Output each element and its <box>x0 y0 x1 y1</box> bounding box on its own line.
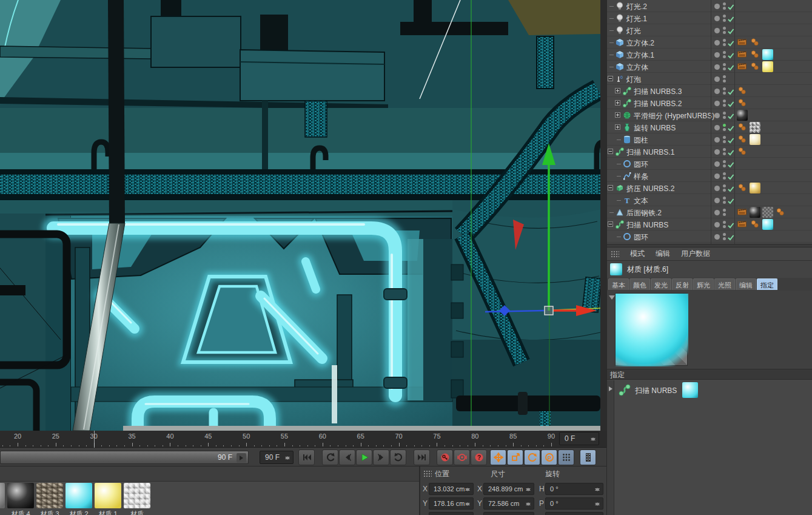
panel-grip-icon[interactable] <box>423 470 432 477</box>
material-tag-stripe-icon[interactable] <box>750 122 760 133</box>
object-row[interactable]: 圆柱 <box>607 133 812 146</box>
visibility-dot-top[interactable] <box>723 221 726 224</box>
visibility-dot-bottom[interactable] <box>723 43 726 46</box>
spline-icon[interactable] <box>622 171 632 183</box>
material-swatch[interactable] <box>124 483 150 508</box>
visibility-dot-bottom[interactable] <box>723 213 726 216</box>
material-tag-yellow-icon[interactable] <box>762 61 773 72</box>
visibility-dot-top[interactable] <box>723 63 726 66</box>
visibility-dot-bottom[interactable] <box>723 55 726 58</box>
spinner-arrows-icon[interactable] <box>465 485 471 494</box>
coord-input[interactable] <box>545 512 603 515</box>
coord-input[interactable] <box>429 512 474 515</box>
object-row[interactable]: 后面钢铁.2 <box>607 206 812 218</box>
visibility-dot-bottom[interactable] <box>723 189 726 192</box>
visibility-dot-top[interactable] <box>723 233 726 236</box>
visibility-dot-top[interactable] <box>723 148 726 151</box>
render-dot-toggle[interactable] <box>714 173 720 179</box>
gizmo-center[interactable] <box>545 306 553 315</box>
material-tag-cyan-icon[interactable] <box>762 219 773 230</box>
menu-item-模式[interactable]: 模式 <box>630 249 645 259</box>
animation-tag-icon[interactable] <box>737 61 748 72</box>
spinner-arrows-icon[interactable] <box>595 485 600 494</box>
assignment-row[interactable]: 扫描 NURBS <box>614 382 812 399</box>
expand-plus-icon[interactable] <box>615 112 620 118</box>
goto-end-button[interactable] <box>414 449 430 465</box>
visibility-dot-bottom[interactable] <box>723 104 726 107</box>
current-frame-marker[interactable] <box>94 431 95 448</box>
tab-指定[interactable]: 指定 <box>757 278 777 290</box>
render-dot-toggle[interactable] <box>714 40 720 45</box>
p-coordinates-button[interactable]: P <box>541 449 557 465</box>
sweep-icon[interactable] <box>615 220 625 232</box>
render-dot-toggle[interactable] <box>714 52 720 58</box>
render-dot-toggle[interactable] <box>714 186 720 191</box>
visibility-dot-bottom[interactable] <box>723 67 726 70</box>
visibility-dot-top[interactable] <box>723 87 726 90</box>
object-row[interactable]: 扫描 NURBS.1 <box>607 146 812 158</box>
visibility-dot-top[interactable] <box>723 136 726 139</box>
frame-spinner[interactable]: 90 F <box>260 451 294 464</box>
previous-frame-button[interactable] <box>339 449 355 465</box>
phong-tag-icon[interactable] <box>775 207 786 218</box>
visibility-dot-bottom[interactable] <box>723 201 726 204</box>
phong-tag-icon[interactable] <box>750 219 760 230</box>
timeline-ruler[interactable]: 2025303540455055606570758085900 F <box>0 431 606 448</box>
collapse-minus-icon[interactable] <box>608 76 613 81</box>
phong-tag-icon[interactable] <box>750 37 760 48</box>
object-row[interactable]: 灯光 <box>607 24 812 36</box>
record-keyframe-button[interactable] <box>437 449 453 465</box>
visibility-dot-bottom[interactable] <box>723 128 726 131</box>
animation-tag-icon[interactable] <box>737 37 748 48</box>
visibility-dot-top[interactable] <box>723 197 726 200</box>
render-dot-toggle[interactable] <box>714 4 720 9</box>
visibility-dot-bottom[interactable] <box>723 19 726 22</box>
menu-item-用户数据[interactable]: 用户数据 <box>681 249 710 259</box>
visibility-dot-top[interactable] <box>723 112 726 115</box>
light-icon[interactable] <box>615 13 625 25</box>
object-row[interactable]: 灯光.2 <box>607 0 812 12</box>
visibility-dot-top[interactable] <box>723 15 726 18</box>
next-key-button[interactable] <box>390 449 406 465</box>
visibility-dot-top[interactable] <box>723 75 726 78</box>
tab-颜色[interactable]: 颜色 <box>629 278 650 290</box>
tab-基本[interactable]: 基本 <box>608 278 629 290</box>
viewport-bottom-bar[interactable] <box>123 426 600 431</box>
render-dot-toggle[interactable] <box>714 76 720 82</box>
record-options-button[interactable]: ? <box>471 449 487 465</box>
object-row[interactable]: 扫描 NURBS.3 <box>607 85 812 97</box>
phong-tag-icon[interactable] <box>737 86 748 96</box>
render-dot-toggle[interactable] <box>714 210 720 215</box>
object-row[interactable]: 扫描 NURBS <box>607 218 812 231</box>
timeline-range-slider[interactable]: 90 F <box>0 451 249 464</box>
phong-tag-icon[interactable] <box>737 183 748 194</box>
null0-icon[interactable]: 0 <box>615 74 625 86</box>
coord-input[interactable] <box>483 512 534 515</box>
visibility-dot-top[interactable] <box>723 99 726 103</box>
coord-input[interactable]: 0 ° <box>545 483 603 495</box>
enabled-check-icon[interactable] <box>727 233 734 244</box>
visibility-dot-bottom[interactable] <box>723 237 726 240</box>
visibility-dot-bottom[interactable] <box>723 140 726 143</box>
material-tag-gold-icon[interactable] <box>750 183 760 194</box>
move-tool-button[interactable] <box>490 449 506 465</box>
object-row[interactable]: 立方体.2 <box>607 36 812 49</box>
circle-icon[interactable] <box>622 159 632 171</box>
menu-grip-icon[interactable] <box>611 251 619 258</box>
material-tag-cyan-icon[interactable] <box>762 49 773 60</box>
record-active-objects-button[interactable] <box>558 449 574 465</box>
phong-tag-icon[interactable] <box>737 122 748 133</box>
collapse-minus-icon[interactable] <box>608 185 613 190</box>
render-dot-toggle[interactable] <box>714 113 720 118</box>
visibility-dot-top[interactable] <box>723 172 726 175</box>
visibility-dot-top[interactable] <box>723 124 726 127</box>
expand-plus-icon[interactable] <box>615 124 620 130</box>
sweep-icon[interactable] <box>622 86 632 98</box>
object-row[interactable]: 灯光.1 <box>607 12 812 24</box>
autokeying-button[interactable] <box>454 449 470 465</box>
visibility-dot-top[interactable] <box>723 51 726 54</box>
hyper-icon[interactable] <box>622 110 632 123</box>
rotate-tool-button[interactable] <box>524 449 540 465</box>
visibility-dot-bottom[interactable] <box>723 31 726 34</box>
coord-input[interactable]: 178.16 cm <box>429 497 474 510</box>
